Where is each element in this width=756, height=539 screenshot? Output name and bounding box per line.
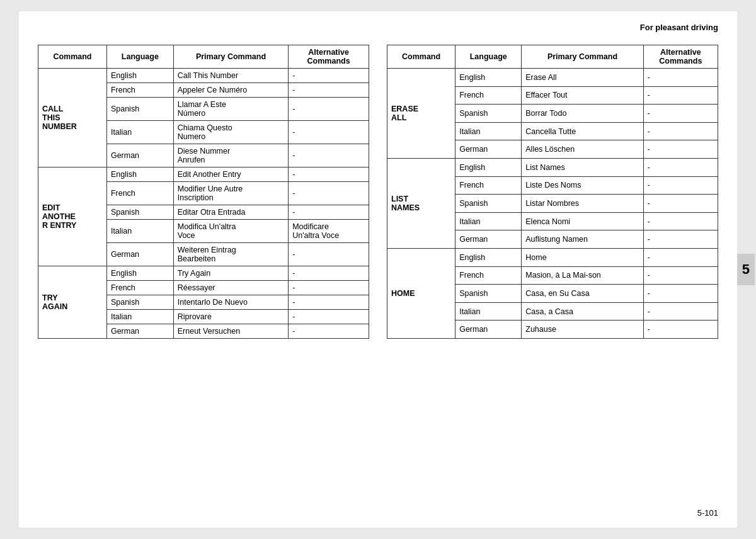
primary-cell: Appeler Ce Numéro: [173, 83, 288, 98]
alt-cell: -: [289, 69, 369, 83]
primary-cell: Casa, en Su Casa: [522, 285, 643, 303]
lang-cell: German: [455, 140, 522, 159]
lang-cell: French: [455, 86, 522, 105]
primary-cell: Effacer Tout: [522, 86, 643, 105]
lang-cell: Italian: [455, 302, 522, 321]
table-left: Command Language Primary Command Alterna…: [38, 45, 369, 339]
cmd-cell: LISTNAMES: [387, 158, 455, 248]
primary-cell: Listar Nombres: [522, 195, 643, 213]
lang-cell: Spanish: [455, 285, 522, 303]
table-row: CALLTHISNUMBER English Call This Number …: [38, 69, 369, 83]
table-right: Command Language Primary Command Alterna…: [387, 45, 718, 339]
lang-cell: German: [106, 144, 173, 167]
cmd-cell: HOME: [387, 248, 455, 338]
primary-cell: Auflistung Namen: [522, 230, 643, 249]
tables-container: Command Language Primary Command Alterna…: [38, 45, 718, 339]
primary-cell: Elenca Nomi: [522, 212, 643, 230]
lang-cell: German: [106, 243, 173, 266]
alt-cell: ModificareUn'altra Voce: [289, 220, 369, 243]
alt-cell: -: [289, 121, 369, 144]
cmd-cell: EDITANOTHER ENTRY: [38, 167, 107, 266]
primary-cell: Erneut Versuchen: [173, 324, 288, 339]
header-title: For pleasant driving: [640, 23, 718, 32]
primary-cell: Riprovare: [173, 310, 288, 324]
primary-cell: Modifier Une AutreInscription: [173, 182, 288, 205]
primary-cell: Cancella Tutte: [522, 122, 643, 140]
alt-cell: -: [289, 281, 369, 295]
lang-cell: French: [455, 266, 522, 285]
col-command-1: Command: [38, 45, 107, 69]
lang-cell: Italian: [106, 121, 173, 144]
lang-cell: Italian: [106, 310, 173, 324]
lang-cell: Spanish: [106, 98, 173, 121]
primary-cell: Zuhause: [522, 321, 643, 339]
lang-cell: English: [106, 266, 173, 281]
alt-cell: -: [289, 310, 369, 324]
primary-cell: Diese NummerAnrufen: [173, 144, 288, 167]
primary-cell: Call This Number: [173, 69, 288, 83]
lang-cell: English: [455, 158, 522, 176]
col-primary-2: Primary Command: [522, 45, 643, 69]
table-row: LISTNAMES English List Names -: [387, 158, 718, 176]
lang-cell: German: [455, 321, 522, 339]
table-row: HOME English Home -: [387, 248, 718, 266]
alt-cell: -: [643, 230, 718, 249]
lang-cell: French: [106, 281, 173, 295]
alt-cell: -: [289, 243, 369, 266]
alt-cell: -: [643, 285, 718, 303]
alt-cell: -: [643, 248, 718, 266]
page: For pleasant driving Command Language Pr…: [19, 11, 737, 528]
primary-cell: Alles Löschen: [522, 140, 643, 159]
lang-cell: Spanish: [106, 205, 173, 220]
col-command-2: Command: [387, 45, 455, 69]
alt-cell: -: [289, 324, 369, 339]
primary-cell: Intentarlo De Nuevo: [173, 295, 288, 310]
cmd-cell: TRYAGAIN: [38, 266, 107, 339]
alt-cell: -: [643, 195, 718, 213]
lang-cell: Italian: [106, 220, 173, 243]
alt-cell: -: [643, 321, 718, 339]
alt-cell: -: [643, 266, 718, 285]
lang-cell: Spanish: [455, 195, 522, 213]
col-alt-1: AlternativeCommands: [289, 45, 369, 69]
lang-cell: German: [106, 324, 173, 339]
primary-cell: Casa, a Casa: [522, 302, 643, 321]
lang-cell: English: [455, 248, 522, 266]
alt-cell: -: [289, 144, 369, 167]
primary-cell: Chiama QuestoNumero: [173, 121, 288, 144]
primary-cell: Home: [522, 248, 643, 266]
primary-cell: Weiteren EintragBearbeiten: [173, 243, 288, 266]
col-language-2: Language: [455, 45, 522, 69]
primary-cell: Masion, à La Mai-son: [522, 266, 643, 285]
alt-cell: -: [289, 167, 369, 182]
lang-cell: Spanish: [106, 295, 173, 310]
lang-cell: French: [106, 182, 173, 205]
alt-cell: -: [643, 122, 718, 140]
primary-cell: Réessayer: [173, 281, 288, 295]
alt-cell: -: [643, 86, 718, 105]
alt-cell: -: [289, 266, 369, 281]
col-primary-1: Primary Command: [173, 45, 288, 69]
lang-cell: Italian: [455, 212, 522, 230]
primary-cell: Edit Another Entry: [173, 167, 288, 182]
col-alt-2: AlternativeCommands: [643, 45, 718, 69]
primary-cell: Editar Otra Entrada: [173, 205, 288, 220]
primary-cell: Erase All: [522, 69, 643, 87]
table-row: TRYAGAIN English Try Again -: [38, 266, 369, 281]
alt-cell: -: [643, 140, 718, 159]
lang-cell: French: [455, 176, 522, 195]
alt-cell: -: [643, 302, 718, 321]
lang-cell: Italian: [455, 122, 522, 140]
col-language-1: Language: [106, 45, 173, 69]
lang-cell: German: [455, 230, 522, 249]
lang-cell: Spanish: [455, 105, 522, 123]
alt-cell: -: [289, 83, 369, 98]
primary-cell: List Names: [522, 158, 643, 176]
alt-cell: -: [289, 182, 369, 205]
alt-cell: -: [643, 158, 718, 176]
cmd-cell: ERASEALL: [387, 69, 455, 159]
table-row: EDITANOTHER ENTRY English Edit Another E…: [38, 167, 369, 182]
lang-cell: English: [106, 69, 173, 83]
cmd-cell: CALLTHISNUMBER: [38, 69, 107, 167]
alt-cell: -: [289, 98, 369, 121]
